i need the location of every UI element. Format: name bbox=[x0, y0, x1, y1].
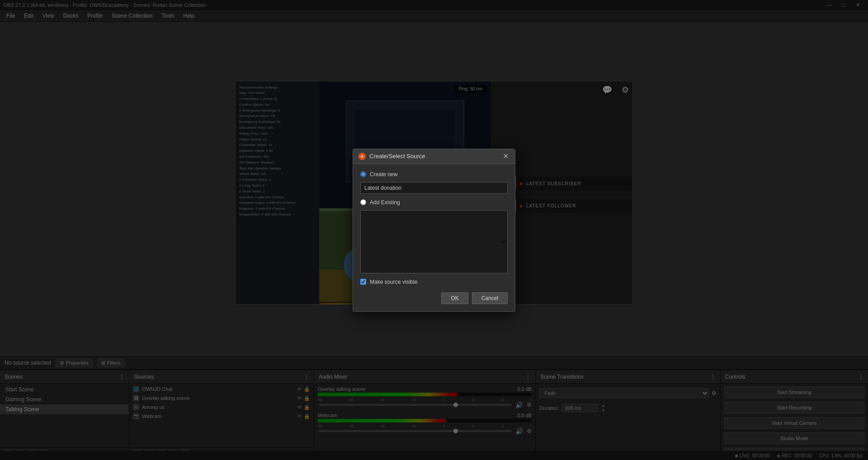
source-name-input[interactable] bbox=[360, 182, 508, 194]
modal-title: Create/Select Source bbox=[369, 153, 425, 160]
add-existing-label: Add Existing bbox=[370, 199, 400, 206]
modal-footer: OK Cancel bbox=[360, 292, 508, 304]
create-new-radio[interactable] bbox=[360, 171, 366, 177]
modal-header: ● Create/Select Source ✕ bbox=[353, 149, 515, 164]
modal-cancel-button[interactable]: Cancel bbox=[472, 292, 508, 304]
create-new-label: Create new bbox=[370, 171, 397, 178]
existing-sources-list[interactable] bbox=[360, 210, 508, 273]
add-existing-radio[interactable] bbox=[360, 199, 366, 205]
create-select-source-dialog: ● Create/Select Source ✕ Create new Add … bbox=[353, 149, 515, 312]
make-visible-label: Make source visible bbox=[370, 279, 417, 285]
modal-body: Create new Add Existing Make source visi… bbox=[353, 164, 515, 311]
add-existing-radio-row: Add Existing bbox=[360, 199, 508, 206]
modal-title-row: ● Create/Select Source bbox=[359, 153, 425, 160]
create-new-radio-row: Create new bbox=[360, 171, 508, 178]
modal-overlay[interactable]: ● Create/Select Source ✕ Create new Add … bbox=[0, 0, 868, 460]
obs-logo-icon: ● bbox=[359, 153, 366, 160]
modal-close-button[interactable]: ✕ bbox=[502, 153, 509, 160]
make-visible-row: Make source visible bbox=[360, 279, 508, 285]
modal-ok-button[interactable]: OK bbox=[441, 292, 468, 304]
make-visible-checkbox[interactable] bbox=[360, 279, 366, 285]
